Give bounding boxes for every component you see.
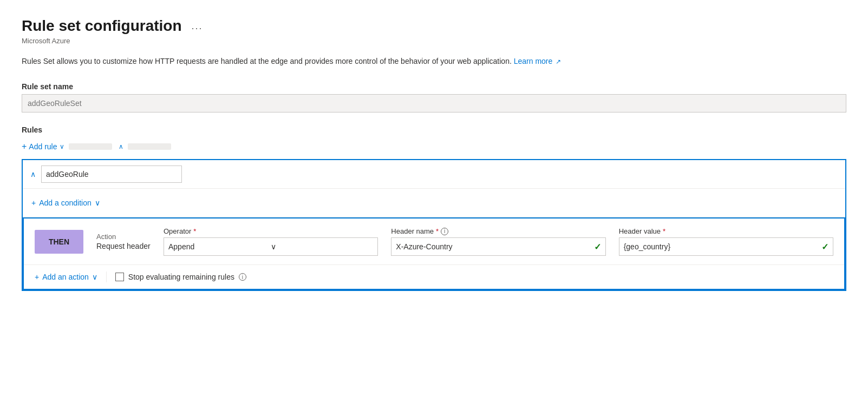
add-rule-plus-icon: + xyxy=(22,142,27,151)
header-name-check-icon: ✓ xyxy=(594,242,601,252)
rule-chevron-up-icon: ∧ xyxy=(30,170,36,178)
add-action-button[interactable]: + Add an action ∨ xyxy=(35,273,97,281)
header-name-info-icon[interactable]: i xyxy=(441,228,448,235)
external-link-icon: ↗ xyxy=(556,58,561,65)
page-title: Rule set configuration xyxy=(22,17,182,35)
condition-section: + Add a condition ∨ xyxy=(23,189,845,217)
header-value-check-icon: ✓ xyxy=(821,242,828,252)
rules-section: Rules + Add rule ∨ ∧ ∧ + Add a condition… xyxy=(22,125,846,291)
operator-field-group: Operator * Append ∨ xyxy=(164,227,378,256)
stop-evaluating-label[interactable]: Stop evaluating remaining rules i xyxy=(115,273,246,281)
rule-set-name-label: Rule set name xyxy=(22,82,846,91)
add-rule-chevron-icon: ∨ xyxy=(60,143,64,150)
rule-set-name-field: Rule set name xyxy=(22,82,846,112)
operator-chevron-icon: ∨ xyxy=(271,242,373,251)
operator-value: Append xyxy=(168,242,271,251)
stop-evaluating-text: Stop evaluating remaining rules xyxy=(128,273,234,281)
rules-label: Rules xyxy=(22,125,846,134)
toolbar-button-1[interactable] xyxy=(69,143,112,150)
rule-set-name-input[interactable] xyxy=(22,94,846,112)
action-label: Action xyxy=(96,233,151,241)
add-action-chevron-icon: ∨ xyxy=(92,273,97,281)
description-row: Rules Set allows you to customize how HT… xyxy=(22,56,846,67)
chevron-up-button[interactable]: ∧ xyxy=(119,141,123,153)
header-name-label: Header name * i xyxy=(391,227,605,235)
operator-required-star: * xyxy=(193,227,196,235)
header-value-input[interactable]: {geo_country} ✓ xyxy=(619,237,833,256)
learn-more-link[interactable]: Learn more ↗ xyxy=(514,57,561,65)
header-name-required-star: * xyxy=(436,227,439,235)
then-badge: THEN xyxy=(35,230,83,254)
add-action-plus-icon: + xyxy=(35,273,39,281)
rule-card: ∧ + Add a condition ∨ THEN Action Reques… xyxy=(22,159,846,291)
header-value-field-group: Header value * {geo_country} ✓ xyxy=(619,227,833,256)
add-condition-chevron-icon: ∨ xyxy=(95,198,100,207)
header-value-value: {geo_country} xyxy=(624,242,821,251)
header-name-input[interactable]: X-Azure-Country ✓ xyxy=(391,237,605,256)
action-value: Request header xyxy=(96,242,151,250)
action-type-group: Action Request header xyxy=(96,233,151,250)
stop-evaluating-info-icon[interactable]: i xyxy=(239,273,246,281)
operator-select[interactable]: Append ∨ xyxy=(164,237,378,256)
description-text: Rules Set allows you to customize how HT… xyxy=(22,57,512,65)
operator-label: Operator * xyxy=(164,227,378,235)
action-section: THEN Action Request header Operator * Ap… xyxy=(23,217,845,290)
add-rule-button[interactable]: + Add rule ∨ xyxy=(22,140,64,154)
add-condition-button[interactable]: + Add a condition ∨ xyxy=(31,196,100,209)
add-condition-label: Add a condition xyxy=(39,198,92,207)
ellipsis-button[interactable]: ... xyxy=(188,19,206,33)
rules-toolbar: + Add rule ∨ ∧ xyxy=(22,140,846,154)
rule-collapse-button[interactable]: ∧ xyxy=(30,168,36,181)
header-value-label: Header value * xyxy=(619,227,833,235)
add-rule-label: Add rule xyxy=(29,142,57,151)
rule-name-input[interactable] xyxy=(41,166,182,183)
header-value-required-star: * xyxy=(663,227,665,235)
rule-header: ∧ xyxy=(23,160,845,189)
add-condition-plus-icon: + xyxy=(31,198,36,207)
toolbar-button-2[interactable] xyxy=(128,143,171,150)
header-name-value: X-Azure-Country xyxy=(396,242,593,251)
footer-separator xyxy=(106,272,107,282)
action-row: THEN Action Request header Operator * Ap… xyxy=(24,219,844,265)
page-subtitle: Microsoft Azure xyxy=(22,37,846,45)
chevron-up-icon: ∧ xyxy=(119,143,123,150)
stop-evaluating-checkbox[interactable] xyxy=(115,273,124,281)
header-name-field-group: Header name * i X-Azure-Country ✓ xyxy=(391,227,605,256)
add-action-label: Add an action xyxy=(42,273,89,281)
page-header: Rule set configuration ... xyxy=(22,17,846,35)
action-footer: + Add an action ∨ Stop evaluating remain… xyxy=(24,265,844,289)
